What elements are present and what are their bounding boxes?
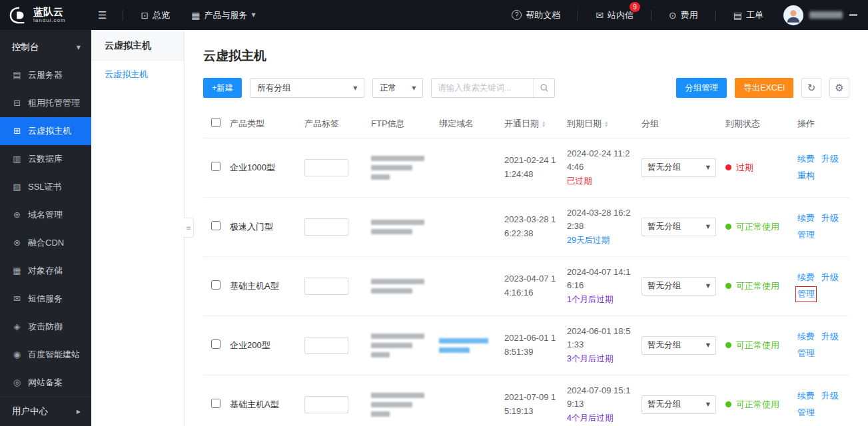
open-date: 2023-04-07 14:16:16	[504, 256, 567, 316]
sidebar-item-label: 网站备案	[28, 377, 63, 389]
group-select[interactable]: 暂无分组▼	[642, 158, 716, 177]
column-header: 操作	[797, 110, 849, 138]
group-select[interactable]: 暂无分组▼	[642, 218, 716, 236]
submenu-toggle-handle[interactable]: ≡	[184, 218, 194, 238]
brand-logo[interactable]: 蓝队云 landui.com	[0, 7, 91, 24]
product-tag-input[interactable]	[304, 159, 348, 176]
status-badge: 可正常使用	[725, 221, 793, 233]
status-dot-icon	[725, 342, 731, 348]
sidebar-item-label: 短信服务	[28, 293, 63, 305]
new-button[interactable]: +新建	[203, 78, 242, 98]
nav-help-docs[interactable]: ? 帮助文档	[501, 0, 571, 30]
sidebar-section-console[interactable]: 控制台 ▼	[0, 34, 91, 61]
manage-link[interactable]: 管理	[797, 347, 815, 359]
upgrade-link[interactable]: 升级	[821, 153, 839, 165]
column-header[interactable]: 到期日期▲▼	[567, 110, 642, 138]
ftp-info-redacted	[371, 279, 435, 294]
column-header: 产品标签	[304, 110, 371, 138]
product-tag-input[interactable]	[304, 396, 348, 413]
chevron-down-icon: ▼	[706, 164, 710, 170]
product-tag-input[interactable]	[304, 218, 348, 236]
product-tag-input[interactable]	[304, 278, 348, 295]
rebuild-link[interactable]: 重构	[797, 170, 815, 182]
sidebar-item[interactable]: ▦对象存储	[0, 257, 91, 285]
nav-products[interactable]: ▦ 产品与服务 ▼	[181, 0, 266, 30]
renew-link[interactable]: 续费	[797, 212, 815, 224]
username-redacted[interactable]	[809, 11, 843, 19]
group-filter-select[interactable]: 所有分组 ▼	[250, 78, 364, 98]
upgrade-link[interactable]: 升级	[821, 390, 839, 402]
body-wrapper: 控制台 ▼ ▤云服务器⊟租用托管管理⊞云虚拟主机▥云数据库▧SSL证书⊕域名管理…	[0, 30, 868, 426]
status-label: 过期	[736, 162, 753, 174]
upgrade-link[interactable]: 升级	[821, 272, 839, 284]
column-header: 到期状态	[725, 110, 797, 138]
expire-note: 1个月后过期	[567, 294, 632, 306]
sidebar-item[interactable]: ◎网站备案	[0, 369, 91, 397]
refresh-button[interactable]: ↻	[801, 78, 821, 98]
nav-billing[interactable]: ⊙ 费用	[658, 0, 709, 30]
ftp-info-redacted	[371, 333, 435, 357]
sidebar-item[interactable]: ◉百度智能建站	[0, 341, 91, 369]
sidebar-item[interactable]: ▥云数据库	[0, 145, 91, 173]
row-checkbox[interactable]	[211, 399, 220, 408]
submenu-item[interactable]: 云虚拟主机	[91, 61, 184, 89]
group-manage-button[interactable]: 分组管理	[676, 78, 727, 98]
chevron-down-icon: ▼	[706, 283, 710, 289]
select-all-checkbox[interactable]	[211, 118, 220, 127]
chevron-down-icon: ▼	[251, 12, 255, 18]
manage-link[interactable]: 管理	[797, 407, 815, 419]
row-checkbox[interactable]	[211, 162, 220, 171]
row-checkbox[interactable]	[211, 339, 220, 349]
status-label: 可正常使用	[736, 221, 779, 233]
status-dot-icon	[725, 283, 731, 289]
product-tag-input[interactable]	[304, 337, 348, 354]
account-dash	[849, 14, 857, 16]
renew-link[interactable]: 续费	[797, 272, 815, 284]
sidebar-item[interactable]: ◈攻击防御	[0, 313, 91, 341]
search-input[interactable]	[432, 83, 533, 93]
group-select[interactable]: 暂无分组▼	[642, 277, 716, 296]
row-checkbox[interactable]	[211, 221, 220, 230]
nav-overview[interactable]: ⊡ 总览	[130, 0, 181, 30]
search-box	[431, 78, 555, 98]
nav-tickets[interactable]: ▤ 工单	[723, 0, 774, 30]
sort-icon[interactable]: ▲▼	[604, 120, 608, 127]
search-icon	[540, 83, 549, 93]
renew-link[interactable]: 续费	[797, 331, 815, 343]
avatar[interactable]	[783, 5, 803, 25]
upgrade-link[interactable]: 升级	[821, 331, 839, 343]
group-select[interactable]: 暂无分组▼	[642, 336, 716, 355]
row-checkbox[interactable]	[211, 280, 220, 290]
ftp-info-redacted	[371, 220, 435, 234]
sidebar-item[interactable]: ⊟租用托管管理	[0, 89, 91, 117]
group-select[interactable]: 暂无分组▼	[642, 395, 716, 414]
status-filter-select[interactable]: 正常 ▼	[372, 78, 423, 98]
brand-domain: landui.com	[33, 17, 66, 23]
nav-messages[interactable]: ✉ 站内信 9	[585, 0, 644, 30]
sidebar-item[interactable]: ⊞云虚拟主机	[0, 117, 91, 145]
sort-icon[interactable]: ▲▼	[542, 120, 546, 127]
upgrade-link[interactable]: 升级	[821, 212, 839, 224]
renew-link[interactable]: 续费	[797, 153, 815, 165]
sidebar-item[interactable]: ▧SSL证书	[0, 173, 91, 201]
sidebar-collapse-icon[interactable]: ☰	[98, 9, 107, 21]
sidebar-item[interactable]: ▤云服务器	[0, 61, 91, 89]
sidebar-item[interactable]: ⊗融合CDN	[0, 229, 91, 257]
status-badge: 可正常使用	[725, 339, 793, 351]
settings-button[interactable]: ⚙	[829, 78, 849, 98]
status-dot-icon	[725, 164, 731, 170]
column-header[interactable]: 开通日期▲▼	[504, 110, 567, 138]
sidebar-item-label: 云数据库	[28, 153, 63, 165]
sidebar-item[interactable]: ✉短信服务	[0, 285, 91, 313]
manage-link[interactable]: 管理	[797, 288, 815, 300]
avatar-person-icon	[785, 7, 802, 24]
ssl-cert-icon: ▧	[12, 182, 22, 192]
sidebar-item[interactable]: ⊕域名管理	[0, 201, 91, 229]
search-button[interactable]	[533, 79, 554, 97]
renew-link[interactable]: 续费	[797, 390, 815, 402]
open-date: 2023-03-28 16:22:38	[504, 197, 567, 256]
manage-link[interactable]: 管理	[797, 229, 815, 241]
export-excel-button[interactable]: 导出EXCEl	[735, 78, 793, 98]
table-row: 企业200型2021-06-01 18:51:392024-06-01 18:5…	[203, 316, 849, 375]
sidebar-item-user-center[interactable]: 用户中心 ▶	[0, 397, 91, 426]
